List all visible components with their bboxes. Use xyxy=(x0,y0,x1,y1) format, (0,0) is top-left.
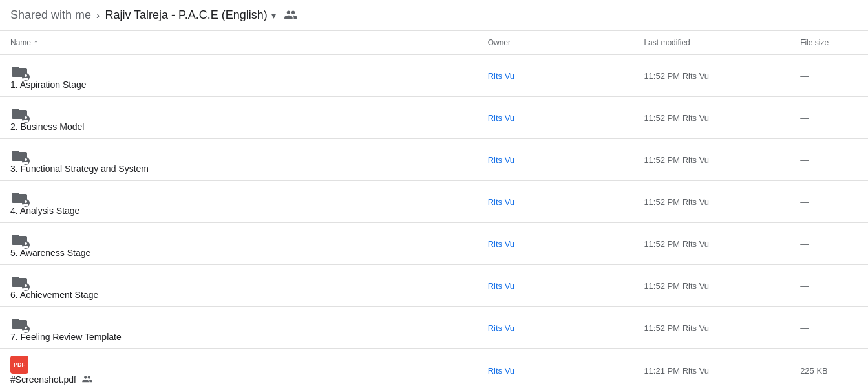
file-size-value: 225 KB xyxy=(800,366,828,376)
table-row[interactable]: 7. Feeling Review TemplateRits Vu11:52 P… xyxy=(0,307,868,349)
last-modified-value: 11:52 PM Rits Vu xyxy=(644,71,709,81)
shared-badge xyxy=(22,115,30,123)
owner-name[interactable]: Rits Vu xyxy=(488,323,514,333)
file-name-cell: 6. Achievement Stage xyxy=(10,272,467,300)
shared-badge xyxy=(22,241,30,249)
last-modified-value: 11:52 PM Rits Vu xyxy=(644,197,709,207)
table-body: 1. Aspiration StageRits Vu11:52 PM Rits … xyxy=(0,55,868,387)
table-row[interactable]: 3. Functional Strategy and SystemRits Vu… xyxy=(0,139,868,181)
breadcrumb-current-folder: Rajiv Talreja - P.A.C.E (English) ▾ xyxy=(105,8,275,22)
last-modified-value: 11:52 PM Rits Vu xyxy=(644,113,709,123)
breadcrumb-shared-with-me[interactable]: Shared with me xyxy=(10,8,91,22)
file-name: 1. Aspiration Stage xyxy=(10,80,87,90)
pdf-icon-label: PDF xyxy=(10,356,28,374)
file-name: 5. Awareness Stage xyxy=(10,248,90,258)
table-row[interactable]: 5. Awareness StageRits Vu11:52 PM Rits V… xyxy=(0,223,868,265)
pdf-icon: PDF xyxy=(10,356,28,374)
file-size-value: — xyxy=(800,323,809,333)
dropdown-arrow-icon[interactable]: ▾ xyxy=(271,10,276,21)
folder-icon xyxy=(10,314,28,332)
shared-badge xyxy=(22,73,30,81)
column-header-owner[interactable]: Owner xyxy=(478,31,634,55)
last-modified-value: 11:52 PM Rits Vu xyxy=(644,281,709,291)
manage-people-icon[interactable] xyxy=(284,8,298,23)
owner-name[interactable]: Rits Vu xyxy=(488,71,514,81)
file-name-cell: 4. Analysis Stage xyxy=(10,188,467,216)
folder-icon xyxy=(10,61,28,80)
file-name: 4. Analysis Stage xyxy=(10,206,79,216)
last-modified-value: 11:21 PM Rits Vu xyxy=(644,366,709,376)
table-row[interactable]: 4. Analysis StageRits Vu11:52 PM Rits Vu… xyxy=(0,181,868,223)
file-name: #Screenshot.pdf xyxy=(10,374,76,385)
table-row[interactable]: 6. Achievement StageRits Vu11:52 PM Rits… xyxy=(0,265,868,307)
file-name-cell: 5. Awareness Stage xyxy=(10,230,467,258)
file-size-value: — xyxy=(800,281,809,291)
table-row[interactable]: PDF#Screenshot.pdf Rits Vu11:21 PM Rits … xyxy=(0,349,868,387)
file-name: 7. Feeling Review Template xyxy=(10,332,122,342)
table-header: Name ↑ Owner Last modified File size xyxy=(0,31,868,55)
shared-badge xyxy=(22,199,30,207)
owner-name[interactable]: Rits Vu xyxy=(488,281,514,291)
breadcrumb: Shared with me › Rajiv Talreja - P.A.C.E… xyxy=(0,0,868,31)
file-name-cell: 3. Functional Strategy and System xyxy=(10,145,467,174)
file-size-value: — xyxy=(800,239,809,249)
folder-icon xyxy=(10,103,28,122)
table-row[interactable]: 2. Business ModelRits Vu11:52 PM Rits Vu… xyxy=(0,97,868,139)
file-size-value: — xyxy=(800,155,809,165)
file-name-cell: 7. Feeling Review Template xyxy=(10,314,467,342)
breadcrumb-separator: › xyxy=(96,10,100,21)
folder-icon xyxy=(10,145,28,164)
shared-icon xyxy=(81,374,93,385)
file-size-value: — xyxy=(800,197,809,207)
sort-arrow-icon: ↑ xyxy=(34,38,38,48)
last-modified-value: 11:52 PM Rits Vu xyxy=(644,239,709,249)
folder-icon xyxy=(10,272,28,290)
file-size-value: — xyxy=(800,71,809,81)
owner-name[interactable]: Rits Vu xyxy=(488,366,514,376)
owner-name[interactable]: Rits Vu xyxy=(488,197,514,207)
column-header-last-modified[interactable]: Last modified xyxy=(633,31,790,55)
file-table: Name ↑ Owner Last modified File size 1. … xyxy=(0,31,868,386)
last-modified-value: 11:52 PM Rits Vu xyxy=(644,155,709,165)
shared-badge xyxy=(22,283,30,291)
file-name: 6. Achievement Stage xyxy=(10,290,98,300)
file-name: 3. Functional Strategy and System xyxy=(10,164,149,174)
file-name-cell: PDF#Screenshot.pdf xyxy=(10,356,467,385)
owner-name[interactable]: Rits Vu xyxy=(488,113,514,123)
last-modified-value: 11:52 PM Rits Vu xyxy=(644,323,709,333)
folder-icon xyxy=(10,188,28,206)
file-name: 2. Business Model xyxy=(10,122,84,132)
column-header-file-size[interactable]: File size xyxy=(790,31,868,55)
current-folder-name[interactable]: Rajiv Talreja - P.A.C.E (English) xyxy=(105,8,267,22)
shared-badge xyxy=(22,325,30,333)
column-header-name[interactable]: Name ↑ xyxy=(0,31,478,55)
folder-icon xyxy=(10,230,28,248)
file-name-cell: 2. Business Model xyxy=(10,103,467,132)
file-size-value: — xyxy=(800,113,809,123)
shared-badge xyxy=(22,157,30,165)
owner-name[interactable]: Rits Vu xyxy=(488,155,514,165)
table-row[interactable]: 1. Aspiration StageRits Vu11:52 PM Rits … xyxy=(0,55,868,97)
file-name-cell: 1. Aspiration Stage xyxy=(10,61,467,90)
owner-name[interactable]: Rits Vu xyxy=(488,239,514,249)
